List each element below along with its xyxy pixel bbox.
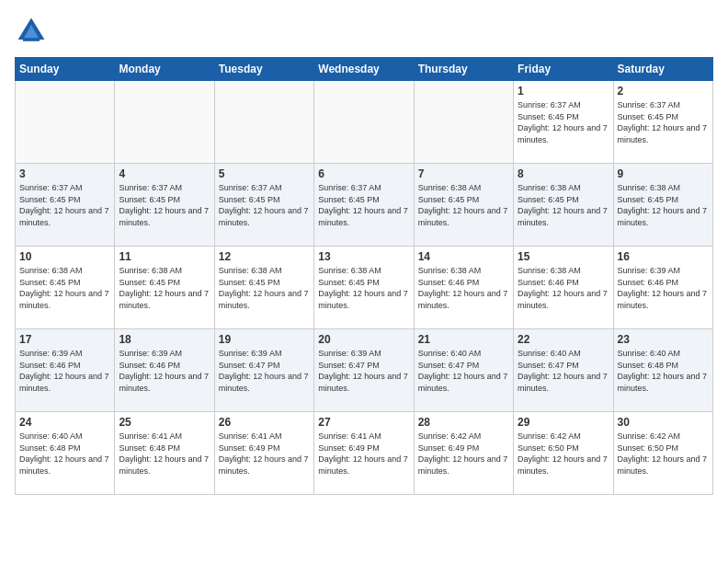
calendar-cell: 14Sunrise: 6:38 AMSunset: 6:46 PMDayligh… <box>414 247 513 329</box>
svg-rect-2 <box>23 38 40 41</box>
day-info: Sunrise: 6:38 AMSunset: 6:45 PMDaylight:… <box>219 265 310 311</box>
day-header-tuesday: Tuesday <box>214 58 313 81</box>
day-header-thursday: Thursday <box>414 58 513 81</box>
day-info: Sunrise: 6:40 AMSunset: 6:47 PMDaylight:… <box>418 348 509 394</box>
calendar-cell: 30Sunrise: 6:42 AMSunset: 6:50 PMDayligh… <box>613 412 712 495</box>
day-info: Sunrise: 6:37 AMSunset: 6:45 PMDaylight:… <box>19 182 110 228</box>
calendar-cell <box>16 81 115 164</box>
day-number: 2 <box>618 85 709 98</box>
day-info: Sunrise: 6:37 AMSunset: 6:45 PMDaylight:… <box>318 182 409 228</box>
logo <box>15 15 53 48</box>
day-info: Sunrise: 6:42 AMSunset: 6:49 PMDaylight:… <box>418 431 509 477</box>
day-number: 11 <box>119 250 210 263</box>
day-info: Sunrise: 6:37 AMSunset: 6:45 PMDaylight:… <box>618 99 709 145</box>
calendar-cell: 7Sunrise: 6:38 AMSunset: 6:45 PMDaylight… <box>414 164 513 247</box>
day-number: 17 <box>19 333 110 346</box>
day-number: 1 <box>518 85 609 98</box>
logo-icon <box>15 15 48 48</box>
calendar-cell <box>314 81 414 164</box>
day-number: 7 <box>418 167 509 180</box>
calendar-cell: 22Sunrise: 6:40 AMSunset: 6:47 PMDayligh… <box>514 329 613 412</box>
day-info: Sunrise: 6:42 AMSunset: 6:50 PMDaylight:… <box>518 431 609 477</box>
day-number: 4 <box>119 167 210 180</box>
day-number: 22 <box>518 333 609 346</box>
calendar-cell <box>214 81 313 164</box>
day-info: Sunrise: 6:39 AMSunset: 6:47 PMDaylight:… <box>219 348 310 394</box>
day-info: Sunrise: 6:41 AMSunset: 6:49 PMDaylight:… <box>219 431 310 477</box>
day-number: 20 <box>318 333 409 346</box>
day-number: 13 <box>318 250 409 263</box>
calendar-cell: 25Sunrise: 6:41 AMSunset: 6:48 PMDayligh… <box>115 412 214 495</box>
calendar-cell: 2Sunrise: 6:37 AMSunset: 6:45 PMDaylight… <box>613 81 712 164</box>
calendar-cell: 11Sunrise: 6:38 AMSunset: 6:45 PMDayligh… <box>115 247 214 329</box>
day-info: Sunrise: 6:38 AMSunset: 6:45 PMDaylight:… <box>618 182 709 228</box>
calendar-week-4: 17Sunrise: 6:39 AMSunset: 6:46 PMDayligh… <box>16 329 713 412</box>
day-info: Sunrise: 6:37 AMSunset: 6:45 PMDaylight:… <box>219 182 310 228</box>
calendar-cell: 13Sunrise: 6:38 AMSunset: 6:45 PMDayligh… <box>314 247 414 329</box>
calendar-cell: 5Sunrise: 6:37 AMSunset: 6:45 PMDaylight… <box>214 164 313 247</box>
day-info: Sunrise: 6:38 AMSunset: 6:45 PMDaylight:… <box>418 182 509 228</box>
calendar-cell: 10Sunrise: 6:38 AMSunset: 6:45 PMDayligh… <box>16 247 115 329</box>
calendar-cell: 19Sunrise: 6:39 AMSunset: 6:47 PMDayligh… <box>214 329 313 412</box>
calendar-body: 1Sunrise: 6:37 AMSunset: 6:45 PMDaylight… <box>16 81 713 495</box>
day-number: 14 <box>418 250 509 263</box>
day-number: 12 <box>219 250 310 263</box>
day-header-monday: Monday <box>115 58 214 81</box>
calendar-cell: 8Sunrise: 6:38 AMSunset: 6:45 PMDaylight… <box>514 164 613 247</box>
day-header-wednesday: Wednesday <box>314 58 414 81</box>
day-info: Sunrise: 6:38 AMSunset: 6:45 PMDaylight:… <box>518 182 609 228</box>
day-info: Sunrise: 6:38 AMSunset: 6:45 PMDaylight:… <box>119 265 210 311</box>
day-info: Sunrise: 6:40 AMSunset: 6:47 PMDaylight:… <box>518 348 609 394</box>
day-number: 8 <box>518 167 609 180</box>
calendar-cell: 4Sunrise: 6:37 AMSunset: 6:45 PMDaylight… <box>115 164 214 247</box>
day-info: Sunrise: 6:41 AMSunset: 6:48 PMDaylight:… <box>119 431 210 477</box>
day-number: 28 <box>418 416 509 429</box>
day-number: 19 <box>219 333 310 346</box>
day-number: 18 <box>119 333 210 346</box>
day-info: Sunrise: 6:41 AMSunset: 6:49 PMDaylight:… <box>318 431 409 477</box>
page-header <box>15 15 713 48</box>
day-info: Sunrise: 6:38 AMSunset: 6:45 PMDaylight:… <box>318 265 409 311</box>
day-number: 26 <box>219 416 310 429</box>
calendar-cell: 12Sunrise: 6:38 AMSunset: 6:45 PMDayligh… <box>214 247 313 329</box>
day-info: Sunrise: 6:39 AMSunset: 6:46 PMDaylight:… <box>618 265 709 311</box>
day-info: Sunrise: 6:42 AMSunset: 6:50 PMDaylight:… <box>618 431 709 477</box>
calendar-cell: 3Sunrise: 6:37 AMSunset: 6:45 PMDaylight… <box>16 164 115 247</box>
calendar-cell: 15Sunrise: 6:38 AMSunset: 6:46 PMDayligh… <box>514 247 613 329</box>
calendar-week-3: 10Sunrise: 6:38 AMSunset: 6:45 PMDayligh… <box>16 247 713 329</box>
day-number: 9 <box>618 167 709 180</box>
day-info: Sunrise: 6:39 AMSunset: 6:46 PMDaylight:… <box>119 348 210 394</box>
calendar-cell: 1Sunrise: 6:37 AMSunset: 6:45 PMDaylight… <box>514 81 613 164</box>
day-number: 29 <box>518 416 609 429</box>
day-number: 27 <box>318 416 409 429</box>
calendar-cell: 28Sunrise: 6:42 AMSunset: 6:49 PMDayligh… <box>414 412 513 495</box>
day-number: 5 <box>219 167 310 180</box>
calendar-cell <box>115 81 214 164</box>
calendar-cell: 27Sunrise: 6:41 AMSunset: 6:49 PMDayligh… <box>314 412 414 495</box>
day-info: Sunrise: 6:37 AMSunset: 6:45 PMDaylight:… <box>518 99 609 145</box>
day-info: Sunrise: 6:39 AMSunset: 6:46 PMDaylight:… <box>19 348 110 394</box>
day-header-saturday: Saturday <box>613 58 712 81</box>
day-number: 24 <box>19 416 110 429</box>
calendar-table: SundayMondayTuesdayWednesdayThursdayFrid… <box>15 57 713 495</box>
calendar-cell: 21Sunrise: 6:40 AMSunset: 6:47 PMDayligh… <box>414 329 513 412</box>
day-number: 6 <box>318 167 409 180</box>
day-header-sunday: Sunday <box>16 58 115 81</box>
calendar-cell: 17Sunrise: 6:39 AMSunset: 6:46 PMDayligh… <box>16 329 115 412</box>
day-number: 10 <box>19 250 110 263</box>
day-info: Sunrise: 6:38 AMSunset: 6:46 PMDaylight:… <box>518 265 609 311</box>
day-info: Sunrise: 6:39 AMSunset: 6:47 PMDaylight:… <box>318 348 409 394</box>
calendar-cell: 24Sunrise: 6:40 AMSunset: 6:48 PMDayligh… <box>16 412 115 495</box>
day-number: 3 <box>19 167 110 180</box>
calendar-cell: 23Sunrise: 6:40 AMSunset: 6:48 PMDayligh… <box>613 329 712 412</box>
day-number: 15 <box>518 250 609 263</box>
calendar-cell: 18Sunrise: 6:39 AMSunset: 6:46 PMDayligh… <box>115 329 214 412</box>
calendar-cell: 9Sunrise: 6:38 AMSunset: 6:45 PMDaylight… <box>613 164 712 247</box>
day-info: Sunrise: 6:38 AMSunset: 6:45 PMDaylight:… <box>19 265 110 311</box>
calendar-week-5: 24Sunrise: 6:40 AMSunset: 6:48 PMDayligh… <box>16 412 713 495</box>
day-number: 21 <box>418 333 509 346</box>
day-info: Sunrise: 6:38 AMSunset: 6:46 PMDaylight:… <box>418 265 509 311</box>
calendar-cell: 16Sunrise: 6:39 AMSunset: 6:46 PMDayligh… <box>613 247 712 329</box>
calendar-week-2: 3Sunrise: 6:37 AMSunset: 6:45 PMDaylight… <box>16 164 713 247</box>
day-number: 16 <box>618 250 709 263</box>
